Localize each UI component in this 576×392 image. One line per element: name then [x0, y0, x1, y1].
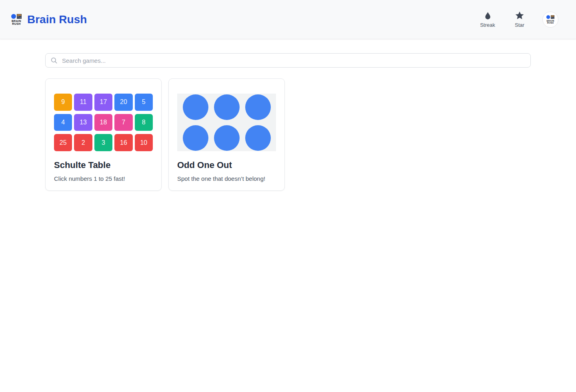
logo-grid-icon	[551, 15, 554, 19]
logo-circle-icon	[546, 15, 550, 19]
search-input[interactable]	[61, 57, 526, 64]
search-icon	[50, 57, 58, 64]
logo-text-line1: BRAIN	[12, 20, 21, 22]
circle-icon	[183, 94, 208, 120]
brand-home-link[interactable]: BRAIN RUSH Brain Rush	[11, 13, 87, 26]
games-list: 91117205413187825231610 Schulte Table Cl…	[45, 78, 531, 191]
schulte-tile-4: 4	[54, 114, 72, 131]
game-card-schulte-table[interactable]: 91117205413187825231610 Schulte Table Cl…	[45, 78, 162, 191]
game-card-odd-one-out[interactable]: Odd One Out Spot the one that doesn’t be…	[168, 78, 285, 191]
circle-icon	[245, 94, 271, 120]
star-label: Star	[515, 22, 524, 28]
schulte-grid-preview: 91117205413187825231610	[54, 94, 153, 151]
schulte-tile-17: 17	[94, 94, 112, 111]
game-subtitle: Spot the one that doesn’t belong!	[177, 175, 276, 182]
logo-grid-icon	[17, 14, 22, 19]
logo-circle-icon	[11, 14, 16, 19]
odd-circle-row	[177, 94, 276, 120]
header-actions: Streak Star	[478, 11, 558, 28]
schulte-tile-7: 7	[114, 114, 132, 131]
schulte-tile-3: 3	[94, 134, 112, 151]
schulte-tile-13: 13	[74, 114, 92, 131]
schulte-tile-11: 11	[74, 94, 92, 111]
circle-icon	[183, 125, 208, 151]
circle-icon	[214, 94, 240, 120]
streak-button[interactable]: Streak	[478, 11, 497, 28]
schulte-tile-5: 5	[135, 94, 153, 111]
user-avatar[interactable]: BRAIN RUSH	[542, 12, 558, 28]
search-bar	[45, 53, 531, 68]
star-icon	[514, 11, 525, 21]
schulte-tile-9: 9	[54, 94, 72, 111]
star-button[interactable]: Star	[510, 11, 529, 28]
main-content: 91117205413187825231610 Schulte Table Cl…	[45, 39, 531, 191]
schulte-tile-25: 25	[54, 134, 72, 151]
schulte-tile-8: 8	[135, 114, 153, 131]
odd-circle-row	[177, 125, 276, 151]
game-title: Schulte Table	[54, 160, 153, 170]
app-header: BRAIN RUSH Brain Rush Streak Star	[0, 0, 576, 39]
flame-drop-icon	[483, 11, 492, 21]
schulte-tile-10: 10	[135, 134, 153, 151]
game-title: Odd One Out	[177, 160, 276, 170]
schulte-tile-20: 20	[114, 94, 132, 111]
schulte-tile-18: 18	[94, 114, 112, 131]
page-title: Brain Rush	[27, 13, 87, 26]
schulte-tile-16: 16	[114, 134, 132, 151]
schulte-tile-2: 2	[74, 134, 92, 151]
circle-icon	[245, 125, 271, 151]
brain-rush-logo-icon: BRAIN RUSH	[11, 14, 22, 25]
logo-text-line2: RUSH	[12, 22, 20, 25]
game-subtitle: Click numbers 1 to 25 fast!	[54, 175, 153, 182]
streak-label: Streak	[480, 22, 495, 28]
odd-one-out-preview	[177, 94, 276, 151]
circle-icon	[214, 125, 240, 151]
avatar-brain-rush-logo-icon: BRAIN RUSH	[546, 15, 554, 24]
